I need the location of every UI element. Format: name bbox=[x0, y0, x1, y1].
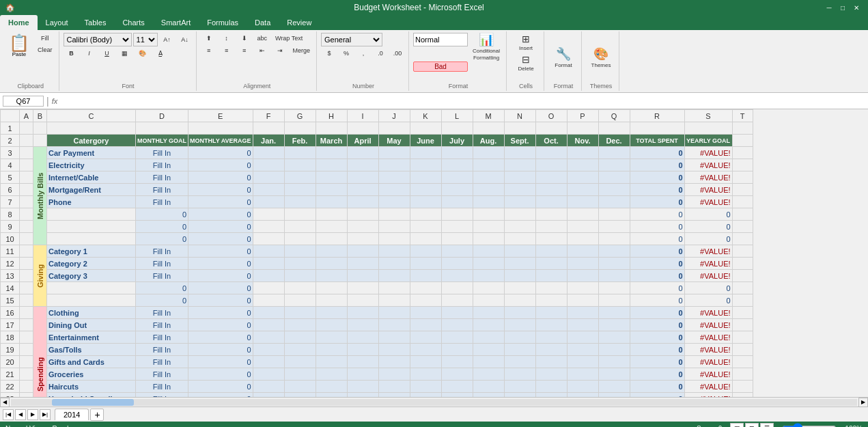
tab-tables[interactable]: Tables bbox=[76, 15, 115, 30]
cell-4s[interactable]: #VALUE! bbox=[684, 159, 732, 171]
cell-23l[interactable] bbox=[441, 393, 473, 398]
cell-10g[interactable] bbox=[284, 233, 316, 245]
cell-10r[interactable]: 0 bbox=[630, 233, 684, 245]
cell-17h[interactable] bbox=[316, 319, 347, 331]
minimize-button[interactable]: ─ bbox=[823, 2, 835, 13]
cell-10d[interactable]: 0 bbox=[136, 233, 188, 245]
cell-23n[interactable] bbox=[504, 393, 535, 398]
cell-5a[interactable] bbox=[20, 171, 33, 184]
cell-14t[interactable] bbox=[732, 282, 753, 294]
cell-9d[interactable]: 0 bbox=[136, 221, 188, 233]
page-break-view-button[interactable]: ☰ bbox=[760, 423, 774, 427]
increase-decimal-button[interactable]: .00 bbox=[389, 48, 406, 59]
cell-10l[interactable] bbox=[441, 233, 473, 245]
cell-14n[interactable] bbox=[504, 282, 535, 294]
cell-8i[interactable] bbox=[347, 208, 378, 221]
cell-15p[interactable] bbox=[567, 294, 598, 307]
cell-3k[interactable] bbox=[410, 147, 441, 159]
cell-6j[interactable] bbox=[378, 184, 410, 196]
cell-12e[interactable]: 0 bbox=[188, 258, 253, 270]
cell-18i[interactable] bbox=[347, 331, 378, 344]
col-header-a[interactable]: A bbox=[20, 110, 33, 122]
cell-8s[interactable]: 0 bbox=[684, 208, 732, 221]
cell-20p[interactable] bbox=[567, 356, 598, 368]
cell-15s[interactable]: 0 bbox=[684, 294, 732, 307]
cell-7j[interactable] bbox=[378, 196, 410, 208]
col-header-m[interactable]: M bbox=[473, 110, 504, 122]
cell-4f[interactable] bbox=[253, 159, 284, 171]
cell-14l[interactable] bbox=[441, 282, 473, 294]
cell-9l[interactable] bbox=[441, 221, 473, 233]
horizontal-scrollbar-track[interactable] bbox=[11, 399, 857, 406]
cell-8n[interactable] bbox=[504, 208, 535, 221]
cell-14e[interactable]: 0 bbox=[188, 282, 253, 294]
cell-17f[interactable] bbox=[253, 319, 284, 331]
cell-14q[interactable] bbox=[598, 282, 630, 294]
align-right-button[interactable]: ≡ bbox=[236, 45, 253, 56]
cell-16l[interactable] bbox=[441, 307, 473, 319]
cell-2e[interactable]: MONTHLY AVERAGE bbox=[188, 135, 253, 147]
cell-20n[interactable] bbox=[504, 356, 535, 368]
close-button[interactable]: ✕ bbox=[850, 2, 863, 13]
cell-4o[interactable] bbox=[535, 159, 567, 171]
cell-18a[interactable] bbox=[20, 331, 33, 344]
cell-11d[interactable]: Fill In bbox=[136, 245, 188, 258]
tab-review[interactable]: Review bbox=[279, 15, 320, 30]
cell-13c[interactable]: Category 3 bbox=[47, 270, 136, 282]
col-header-f[interactable]: F bbox=[253, 110, 284, 122]
cell-13f[interactable] bbox=[253, 270, 284, 282]
cell-2n[interactable]: Sept. bbox=[504, 135, 535, 147]
formula-input[interactable] bbox=[60, 96, 865, 106]
cell-19o[interactable] bbox=[535, 344, 567, 356]
cell-5d[interactable]: Fill In bbox=[136, 171, 188, 184]
cell-5k[interactable] bbox=[410, 171, 441, 184]
cell-23q[interactable] bbox=[598, 393, 630, 398]
col-header-r[interactable]: R bbox=[630, 110, 684, 122]
clear-button[interactable]: Clear bbox=[34, 44, 56, 55]
cell-10j[interactable] bbox=[378, 233, 410, 245]
cell-4n[interactable] bbox=[504, 159, 535, 171]
cell-12a[interactable] bbox=[20, 258, 33, 270]
scroll-left-button[interactable]: ◀ bbox=[0, 398, 10, 407]
cell-3p[interactable] bbox=[567, 147, 598, 159]
cell-3f[interactable] bbox=[253, 147, 284, 159]
cell-6e[interactable]: 0 bbox=[188, 184, 253, 196]
cell-17t[interactable] bbox=[732, 319, 753, 331]
cell-1i[interactable] bbox=[347, 122, 378, 135]
cell-21p[interactable] bbox=[567, 368, 598, 381]
cell-3o[interactable] bbox=[535, 147, 567, 159]
cell-4r[interactable]: 0 bbox=[630, 159, 684, 171]
cell-12g[interactable] bbox=[284, 258, 316, 270]
tab-layout[interactable]: Layout bbox=[38, 15, 76, 30]
cell-4j[interactable] bbox=[378, 159, 410, 171]
cell-11r[interactable]: 0 bbox=[630, 245, 684, 258]
cell-9j[interactable] bbox=[378, 221, 410, 233]
cell-19s[interactable]: #VALUE! bbox=[684, 344, 732, 356]
cell-22j[interactable] bbox=[378, 381, 410, 393]
cell-7f[interactable] bbox=[253, 196, 284, 208]
cell-8t[interactable] bbox=[732, 208, 753, 221]
delete-button[interactable]: ⊟ Delete bbox=[511, 53, 541, 72]
cell-20a[interactable] bbox=[20, 356, 33, 368]
cell-23d[interactable]: Fill In bbox=[136, 393, 188, 398]
cell-6t[interactable] bbox=[732, 184, 753, 196]
page-layout-view-button[interactable]: ⊞ bbox=[745, 423, 759, 427]
cell-style-input[interactable] bbox=[413, 33, 468, 46]
tab-charts[interactable]: Charts bbox=[114, 15, 152, 30]
font-color-button[interactable]: A̲ bbox=[152, 48, 169, 59]
cell-7d[interactable]: Fill In bbox=[136, 196, 188, 208]
cell-17l[interactable] bbox=[441, 319, 473, 331]
cell-8o[interactable] bbox=[535, 208, 567, 221]
cell-22n[interactable] bbox=[504, 381, 535, 393]
cell-9p[interactable] bbox=[567, 221, 598, 233]
cell-14i[interactable] bbox=[347, 282, 378, 294]
cell-2j[interactable]: May bbox=[378, 135, 410, 147]
cell-8d[interactable]: 0 bbox=[136, 208, 188, 221]
cell-15q[interactable] bbox=[598, 294, 630, 307]
percent-button[interactable]: % bbox=[338, 48, 354, 59]
cell-18t[interactable] bbox=[732, 331, 753, 344]
font-size-select[interactable]: 11 bbox=[133, 33, 158, 46]
cell-13n[interactable] bbox=[504, 270, 535, 282]
paste-button[interactable]: 📋 Paste bbox=[5, 33, 33, 59]
cell-16g[interactable] bbox=[284, 307, 316, 319]
